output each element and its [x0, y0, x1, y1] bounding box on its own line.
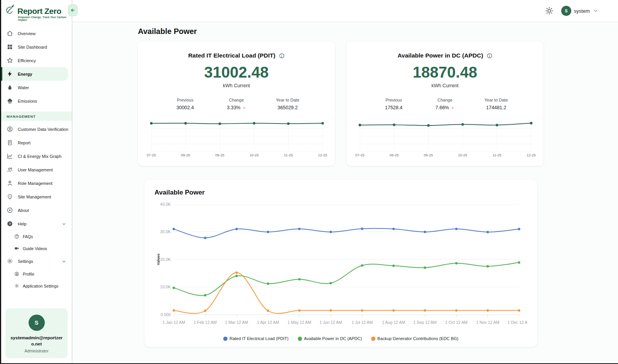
sidebar-item-customer-data-verification[interactable]: Customer Data Verification	[1, 122, 72, 136]
legend-label: Available Power in DC (APDC)	[304, 336, 362, 341]
page-title: Available Power	[138, 27, 543, 36]
legend-dot-icon	[223, 337, 228, 341]
change-stat: Change 7.66%	[419, 98, 471, 110]
chevron-down-icon	[593, 8, 599, 14]
line-chart-icon	[7, 153, 13, 159]
svg-text:12-25: 12-25	[318, 153, 327, 157]
delta-up-icon	[451, 106, 455, 110]
sidebar-item-faqs[interactable]: FAQs	[1, 230, 72, 242]
change-stat: Change 3.33%	[211, 98, 262, 110]
gear-icon	[7, 258, 13, 264]
profile-icon	[14, 271, 19, 276]
sidebar-item-profile[interactable]: Profile	[1, 268, 72, 280]
emissions-cloud-icon	[7, 98, 13, 104]
svg-text:1 Feb 12 AM: 1 Feb 12 AM	[194, 320, 217, 325]
user-email: systemadmin@reportzero.net	[9, 335, 64, 347]
top-bar: S system	[72, 0, 618, 22]
legend-label: Rated IT Electrical Load (PDIT)	[229, 336, 289, 341]
sidebar-user-card[interactable]: S systemadmin@reportzero.net Administrat…	[5, 308, 68, 358]
chart-title: Available Power	[154, 189, 527, 196]
apdc-sparkline-chart: 07-2508-2509-2510-2511-2512-25	[353, 117, 537, 160]
svg-text:10-25: 10-25	[250, 153, 259, 157]
sidebar-item-energy[interactable]: Energy	[1, 67, 68, 81]
sidebar-item-user-management[interactable]: User Management	[1, 163, 72, 176]
svg-text:10.0K: 10.0K	[160, 284, 171, 289]
info-icon[interactable]	[487, 53, 492, 59]
svg-text:07-25: 07-25	[147, 153, 156, 157]
svg-text:20.0K: 20.0K	[160, 257, 171, 262]
legend-label: Backup Generator Contributions (EDC BG)	[377, 336, 458, 341]
brand-name: Report Zero	[17, 7, 61, 15]
question-circle-icon	[14, 234, 19, 239]
svg-text:11-25: 11-25	[492, 153, 501, 157]
apdc-stat-card: Available Power in DC (APDC) 18870.48 kW…	[346, 41, 543, 166]
legend-dot-icon	[298, 337, 302, 341]
person-icon	[7, 180, 13, 186]
map-pin-icon	[7, 193, 13, 200]
sidebar-collapse-button[interactable]	[68, 4, 78, 16]
user-role: Administrator	[9, 349, 64, 353]
target-icon	[7, 207, 13, 213]
theme-toggle-sun-icon[interactable]	[545, 7, 553, 15]
sidebar-item-help[interactable]: ? Help	[1, 217, 72, 230]
svg-text:08-25: 08-25	[181, 153, 190, 157]
users-icon	[7, 166, 13, 173]
svg-text:1 Sep 12 AM: 1 Sep 12 AM	[413, 320, 436, 325]
svg-text:1 Aug 12 AM: 1 Aug 12 AM	[382, 320, 405, 325]
home-icon	[7, 30, 13, 37]
sidebar-nav: Overview Site Dashboard Efficiency Energ…	[1, 23, 72, 363]
available-power-line-chart[interactable]: 0.00010.0K20.0K30.0K40.0K1 Jan 12 AM1 Fe…	[154, 199, 527, 335]
delta-up-icon	[242, 106, 246, 110]
value-unit: kWh Current	[145, 83, 328, 88]
pdit-stat-card: Rated IT Electrical Load (PDIT) 31002.48…	[138, 41, 335, 166]
legend-item[interactable]: Backup Generator Contributions (EDC BG)	[371, 336, 458, 341]
previous-stat: Previous 30002.4	[160, 98, 211, 110]
legend-dot-icon	[371, 337, 375, 341]
svg-text:1 Oct 12 AM: 1 Oct 12 AM	[445, 320, 468, 325]
svg-text:40.0K: 40.0K	[160, 202, 171, 207]
user-badge-icon	[7, 126, 13, 132]
sidebar-item-efficiency[interactable]: Efficiency	[1, 54, 72, 67]
leaf-logo-icon	[4, 3, 16, 15]
sidebar-item-report[interactable]: Report	[1, 136, 72, 149]
svg-text:09-25: 09-25	[215, 153, 224, 157]
ytd-stat: Year to Date 365029.2	[262, 98, 313, 110]
report-document-icon	[7, 139, 13, 146]
svg-text:?: ?	[9, 222, 11, 226]
ytd-stat: Year to Date 174481.2	[470, 98, 522, 110]
user-menu[interactable]: S system	[561, 6, 599, 16]
info-icon[interactable]	[279, 53, 285, 59]
grid-icon	[7, 44, 13, 50]
svg-text:1 Jun 12 AM: 1 Jun 12 AM	[319, 320, 342, 325]
water-droplet-icon	[7, 84, 13, 91]
sidebar-item-about[interactable]: About	[1, 203, 72, 217]
sidebar-item-ci-energy-mix-graph[interactable]: CI & Energy Mix Graph	[1, 149, 72, 163]
chevron-down-icon	[61, 221, 66, 226]
lightning-bolt-icon	[7, 71, 13, 77]
pdit-sparkline-chart: 07-2508-2509-2510-2511-2512-25	[145, 117, 328, 160]
svg-text:1 Mar 12 AM: 1 Mar 12 AM	[225, 320, 248, 325]
sidebar-item-emissions[interactable]: Emissions	[1, 94, 72, 108]
sidebar: Report Zero Empower Change, Track Your C…	[1, 0, 72, 363]
management-section-label: MANAGEMENT	[1, 112, 72, 121]
sidebar-item-guide-videos[interactable]: Guide Videos	[1, 242, 72, 254]
app-window: Report Zero Empower Change, Track Your C…	[0, 0, 618, 364]
svg-text:07-25: 07-25	[355, 153, 365, 157]
main-column: S system Available Power Rated IT Electr…	[72, 0, 618, 363]
stat-cards-row: Rated IT Electrical Load (PDIT) 31002.48…	[138, 41, 543, 166]
sidebar-item-application-settings[interactable]: Application Settings	[1, 280, 72, 292]
available-power-chart-card: Available Power 0.00010.0K20.0K30.0K40.0…	[144, 179, 537, 347]
sidebar-item-site-management[interactable]: Site Management	[1, 190, 72, 203]
star-icon	[7, 57, 13, 64]
current-value: 18870.48	[353, 64, 537, 81]
sidebar-item-role-management[interactable]: Role Management	[1, 176, 72, 190]
sidebar-item-settings[interactable]: Settings	[1, 254, 72, 268]
svg-text:1 Nov 12 AM: 1 Nov 12 AM	[476, 320, 499, 325]
header-avatar: S	[561, 6, 571, 16]
legend-item[interactable]: Available Power in DC (APDC)	[298, 336, 362, 341]
video-camera-icon	[14, 246, 19, 251]
sidebar-item-overview[interactable]: Overview	[1, 27, 72, 40]
sidebar-item-water[interactable]: Water	[1, 81, 72, 94]
sidebar-item-site-dashboard[interactable]: Site Dashboard	[1, 40, 72, 54]
legend-item[interactable]: Rated IT Electrical Load (PDIT)	[223, 336, 289, 341]
